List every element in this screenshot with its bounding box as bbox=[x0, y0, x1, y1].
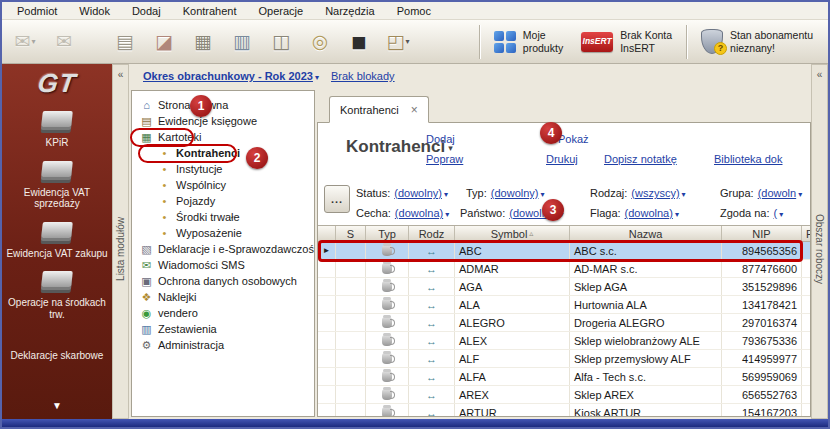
mail-icon[interactable]: ✉ bbox=[47, 25, 81, 59]
license-status-button[interactable]: ? Stan abonamentu nieznany! bbox=[692, 20, 822, 63]
table-row-alex[interactable]: ↔ALEXSklep wielobranżowy ALE793675336 bbox=[318, 332, 810, 350]
column-header-selector[interactable] bbox=[318, 226, 336, 241]
column-header-typ[interactable]: Typ bbox=[366, 226, 409, 241]
calculator-icon[interactable]: ▦ bbox=[186, 25, 220, 59]
tree-item-rodki-trwa-e[interactable]: •Środki trwałe bbox=[132, 209, 314, 225]
filter-label: Państwo: bbox=[460, 207, 505, 219]
tree-item-wyposa-enie[interactable]: •Wyposażenie bbox=[132, 225, 314, 241]
table-row-alf[interactable]: ↔ALFSklep przemysłowy ALF414959977 bbox=[318, 350, 810, 368]
filter-typ[interactable]: Typ:(dowolny)▾ bbox=[466, 187, 590, 199]
tree-item-administracja[interactable]: ⚙Administracja bbox=[132, 337, 314, 353]
tree-item-zestawienia[interactable]: ▥Zestawienia bbox=[132, 321, 314, 337]
menu-item-operacje[interactable]: Operacje bbox=[248, 3, 315, 19]
column-header-rodz[interactable]: Rodz bbox=[409, 226, 455, 241]
menu-item-kontrahent[interactable]: Kontrahent bbox=[172, 3, 248, 19]
tree-item-label: Wyposażenie bbox=[176, 227, 242, 239]
filter-cecha[interactable]: Cecha:(dowolna)▾ bbox=[356, 207, 460, 219]
table-row-abc[interactable]: ►↔ABCABC s.c.894565356 bbox=[318, 242, 810, 260]
table-row-alfa[interactable]: ↔ALFAAlfa - Tech s.c.569959069 bbox=[318, 368, 810, 386]
toolbar-separator bbox=[686, 25, 687, 59]
action-popraw[interactable]: Popraw bbox=[426, 153, 463, 165]
action-drukuj[interactable]: Drukuj bbox=[546, 153, 578, 165]
filter-flaga[interactable]: Flaga:(dowolna)▾ bbox=[590, 207, 720, 219]
tree-item-kartoteki[interactable]: ▦Kartoteki bbox=[132, 129, 314, 145]
contractors-panel: Kontrahenci▾ Dodaj Pokaż Popraw Drukuj D… bbox=[317, 122, 811, 417]
column-header-f[interactable]: F bbox=[802, 226, 811, 241]
printer-icon[interactable]: ◫ bbox=[264, 25, 298, 59]
column-header-symbol[interactable]: Symbol▵ bbox=[455, 226, 570, 241]
tree-item-label: Deklaracje i e-Sprawozdawczość bbox=[158, 243, 315, 255]
workspace-strip[interactable]: « Obszar roboczy bbox=[811, 64, 828, 419]
tree-item-wsp-lnicy[interactable]: •Wspólnicy bbox=[132, 177, 314, 193]
tree-item-wiadomo-ci-sms[interactable]: ✉Wiadomości SMS bbox=[132, 257, 314, 273]
insert-account-button[interactable]: InsERT Brak Konta InsERT bbox=[572, 20, 681, 63]
table-row-admar[interactable]: ↔ADMARAD-MAR s.c.877476600 bbox=[318, 260, 810, 278]
tree-item-kontrahenci[interactable]: •Kontrahenci bbox=[132, 145, 314, 161]
action-biblioteka-dokumentow[interactable]: Biblioteka dok bbox=[714, 153, 783, 165]
cube-icon[interactable]: ◼ bbox=[342, 25, 376, 59]
tab-close-icon[interactable]: × bbox=[411, 103, 418, 117]
tree-item-strona-g-wna[interactable]: ⌂Strona główna bbox=[132, 97, 314, 113]
collapse-right-icon[interactable]: « bbox=[817, 69, 823, 80]
tree-item-vendero[interactable]: ◉vendero bbox=[132, 305, 314, 321]
filter-value[interactable]: (dowolna) bbox=[395, 207, 443, 219]
modules-strip[interactable]: « Lista modułów bbox=[112, 64, 129, 419]
column-header-nazwa[interactable]: Nazwa bbox=[570, 226, 722, 241]
filter-value[interactable]: (dowolne) bbox=[509, 207, 557, 219]
eraser-icon[interactable]: ◪ bbox=[147, 25, 181, 59]
menu-item-widok[interactable]: Widok bbox=[68, 3, 121, 19]
lock-status-link[interactable]: Brak blokady bbox=[331, 70, 395, 82]
reports-icon[interactable]: ▥ bbox=[225, 25, 259, 59]
filter-rodzaj[interactable]: Rodzaj:(wszyscy)▾ bbox=[590, 187, 720, 199]
filter-value[interactable]: (dowoln bbox=[758, 187, 797, 199]
column-header-s[interactable]: S bbox=[336, 226, 366, 241]
module-operacje-na-rodkach-trw[interactable]: Operacje na środkach trw. bbox=[2, 271, 112, 320]
menu-item-podmiot[interactable]: Podmiot bbox=[6, 3, 68, 19]
documents-icon[interactable]: ▤ bbox=[108, 25, 142, 59]
filter-value[interactable]: (dowolna) bbox=[625, 207, 673, 219]
rail-more-button[interactable]: ▼ bbox=[52, 400, 62, 411]
tab-kontrahenci[interactable]: Kontrahenci × bbox=[329, 96, 429, 123]
filter-grupa[interactable]: Grupa:(dowoln▾ bbox=[720, 187, 811, 199]
tree-item-deklaracje-i-e-sprawozdawczo[interactable]: ▧Deklaracje i e-Sprawozdawczość bbox=[132, 241, 314, 257]
module-ewidencja-vat-sprzeda-y[interactable]: Ewidencja VAT sprzedaży bbox=[2, 161, 112, 210]
filter-value[interactable]: (wszyscy) bbox=[631, 187, 679, 199]
filter-zgoda-na[interactable]: Zgoda na:(▾ bbox=[720, 207, 811, 219]
menu-item-pomoc[interactable]: Pomoc bbox=[386, 3, 442, 19]
collapse-left-icon[interactable]: « bbox=[118, 69, 124, 80]
tree-item-instytucje[interactable]: •Instytucje bbox=[132, 161, 314, 177]
accounting-period-selector[interactable]: Okres obrachunkowy - Rok 2023▾ bbox=[143, 70, 319, 82]
action-dodaj[interactable]: Dodaj bbox=[426, 133, 455, 145]
menu-item-dodaj[interactable]: Dodaj bbox=[121, 3, 172, 19]
send-icon[interactable]: ✉▾ bbox=[8, 25, 42, 59]
tree-item-pojazdy[interactable]: •Pojazdy bbox=[132, 193, 314, 209]
filter-status[interactable]: Status:(dowolny)▾ bbox=[356, 187, 466, 199]
action-pokaz[interactable]: Pokaż bbox=[558, 133, 589, 145]
module-ewidencja-vat-zakupu[interactable]: Ewidencja VAT zakupu bbox=[2, 222, 112, 260]
more-filters-button[interactable]: ... bbox=[324, 185, 350, 213]
tree-item-ewidencje-ksi-gowe[interactable]: ▤Ewidencje księgowe bbox=[132, 113, 314, 129]
coins-icon[interactable]: ◎ bbox=[303, 25, 337, 59]
table-row-aga[interactable]: ↔AGASklep AGA351529896 bbox=[318, 278, 810, 296]
table-row-ala[interactable]: ↔ALAHurtownia ALA134178421 bbox=[318, 296, 810, 314]
module-deklaracje-skarbowe[interactable]: Deklaracje skarbowe bbox=[2, 350, 112, 362]
summaries-icon: ▥ bbox=[140, 323, 153, 336]
action-dopisz-notatke[interactable]: Dopisz notatkę bbox=[604, 153, 677, 165]
cell-rodz: ↔ bbox=[409, 350, 455, 367]
tree-item-naklejki[interactable]: ❖Naklejki bbox=[132, 289, 314, 305]
table-row-arex[interactable]: ↔AREXSklep AREX656552763 bbox=[318, 386, 810, 404]
my-products-button[interactable]: Moje produkty bbox=[485, 20, 572, 63]
menu-item-narz-dzia[interactable]: Narzędzia bbox=[314, 3, 386, 19]
module-kpir[interactable]: KPiR bbox=[2, 111, 112, 149]
filter-value[interactable]: ( bbox=[774, 207, 778, 219]
table-row-alegro[interactable]: ↔ALEGRODrogeria ALEGRO297016374 bbox=[318, 314, 810, 332]
tree-item-ochrona-danych-osobowych[interactable]: ▣Ochrona danych osobowych bbox=[132, 273, 314, 289]
table-body: ►↔ABCABC s.c.894565356↔ADMARAD-MAR s.c.8… bbox=[318, 242, 810, 417]
filter-value[interactable]: (dowolny) bbox=[491, 187, 539, 199]
filter-value[interactable]: (dowolny) bbox=[394, 187, 442, 199]
row-selector-cell bbox=[318, 386, 336, 403]
table-row-artur[interactable]: ↔ARTURKiosk ARTUR154167203 bbox=[318, 404, 810, 417]
column-header-nip[interactable]: NIP bbox=[722, 226, 802, 241]
filter-pa-stwo[interactable]: Państwo:(dowolne)▾ bbox=[460, 207, 590, 219]
package-icon[interactable]: ◰▾ bbox=[381, 25, 415, 59]
